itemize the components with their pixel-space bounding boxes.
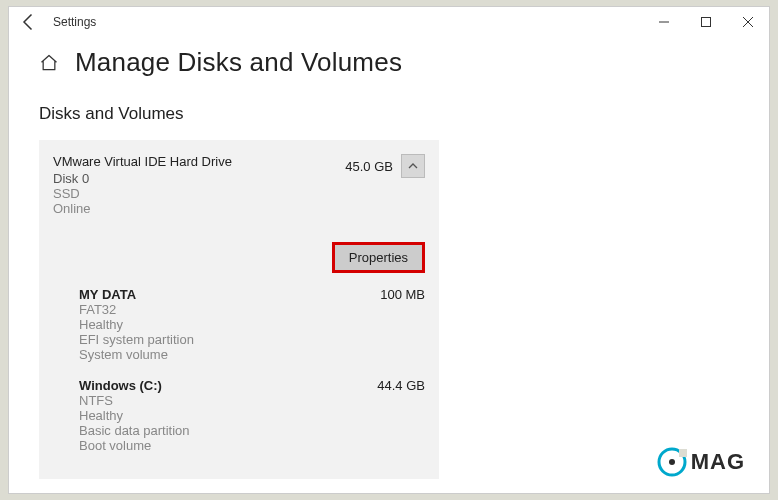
volume-partition-type: EFI system partition <box>79 332 194 347</box>
properties-button[interactable]: Properties <box>332 242 425 273</box>
volume-item[interactable]: MY DATA FAT32 Healthy EFI system partiti… <box>53 287 425 362</box>
content-area: Manage Disks and Volumes Disks and Volum… <box>9 37 769 479</box>
section-title: Disks and Volumes <box>39 104 739 124</box>
home-icon[interactable] <box>39 53 59 73</box>
settings-window: Settings Manage Disks and Volumes Disks … <box>8 6 770 494</box>
close-icon <box>743 17 753 27</box>
disk-size: 45.0 GB <box>345 159 393 174</box>
volume-role: Boot volume <box>79 438 190 453</box>
watermark: MAG <box>657 447 745 477</box>
window-controls <box>643 7 769 37</box>
chevron-up-icon <box>408 161 418 171</box>
arrow-left-icon <box>19 12 39 32</box>
disk-header: VMware Virtual IDE Hard Drive Disk 0 SSD… <box>53 154 425 216</box>
maximize-icon <box>701 17 711 27</box>
volume-health: Healthy <box>79 408 190 423</box>
watermark-icon <box>657 447 687 477</box>
volume-name: Windows (C:) <box>79 378 190 393</box>
page-heading: Manage Disks and Volumes <box>39 47 739 78</box>
maximize-button[interactable] <box>685 7 727 37</box>
collapse-button[interactable] <box>401 154 425 178</box>
volume-partition-type: Basic data partition <box>79 423 190 438</box>
close-button[interactable] <box>727 7 769 37</box>
page-title: Manage Disks and Volumes <box>75 47 402 78</box>
volume-size: 100 MB <box>380 287 425 362</box>
disk-type: SSD <box>53 186 345 201</box>
watermark-text: MAG <box>691 449 745 475</box>
disk-name: VMware Virtual IDE Hard Drive <box>53 154 345 169</box>
svg-rect-6 <box>679 449 687 457</box>
minimize-icon <box>659 17 669 27</box>
volume-fs: FAT32 <box>79 302 194 317</box>
back-button[interactable] <box>19 12 39 32</box>
svg-rect-1 <box>702 18 711 27</box>
volume-size: 44.4 GB <box>377 378 425 453</box>
disk-id: Disk 0 <box>53 171 345 186</box>
volume-fs: NTFS <box>79 393 190 408</box>
disk-panel: VMware Virtual IDE Hard Drive Disk 0 SSD… <box>39 140 439 479</box>
volume-health: Healthy <box>79 317 194 332</box>
svg-point-5 <box>669 459 675 465</box>
window-title: Settings <box>53 15 96 29</box>
volume-item[interactable]: Windows (C:) NTFS Healthy Basic data par… <box>53 378 425 453</box>
volume-role: System volume <box>79 347 194 362</box>
minimize-button[interactable] <box>643 7 685 37</box>
disk-status: Online <box>53 201 345 216</box>
titlebar: Settings <box>9 7 769 37</box>
volume-name: MY DATA <box>79 287 194 302</box>
